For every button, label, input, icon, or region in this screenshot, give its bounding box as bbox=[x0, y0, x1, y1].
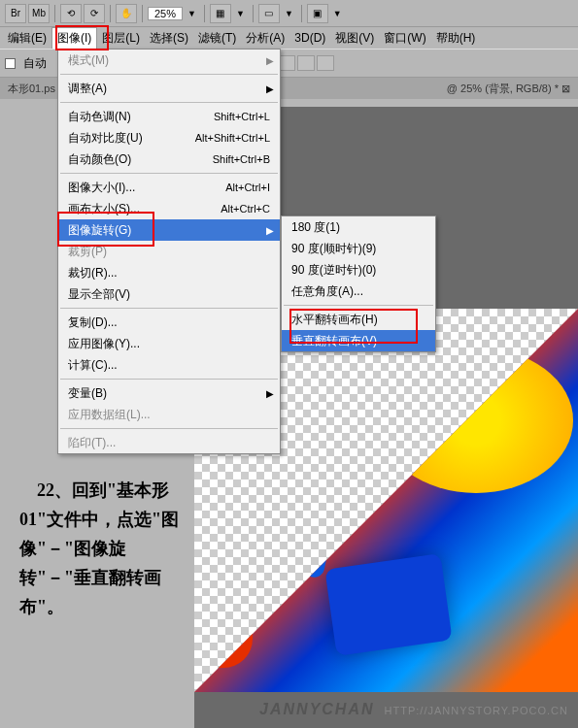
menu-select[interactable]: 选择(S) bbox=[145, 28, 193, 49]
hand-tool-button[interactable]: ✋ bbox=[116, 4, 137, 23]
auto-select-checkbox[interactable] bbox=[5, 58, 16, 69]
menu-item-label: 图像旋转(G) bbox=[68, 222, 270, 239]
menu-item[interactable]: 调整(A)▶ bbox=[58, 78, 280, 99]
separator bbox=[204, 5, 205, 22]
submenu-arrow-icon: ▶ bbox=[266, 225, 274, 236]
menu-item[interactable]: 水平翻转画布(H) bbox=[282, 309, 435, 330]
menu-item-label: 模式(M) bbox=[68, 52, 270, 69]
menu-item[interactable]: 应用图像(Y)... bbox=[58, 333, 280, 354]
menu-layer[interactable]: 图层(L) bbox=[97, 28, 145, 49]
menu-item-label: 变量(B) bbox=[68, 385, 270, 402]
separator bbox=[54, 5, 55, 22]
menu-item-label: 180 度(1) bbox=[291, 219, 425, 236]
separator bbox=[142, 5, 143, 22]
menu-item[interactable]: 图像大小(I)...Alt+Ctrl+I bbox=[58, 177, 280, 198]
watermark: JANNYCHAN HTTP://JANNYSTORY.POCO.CN bbox=[259, 701, 568, 718]
application-toolbar: Br Mb ⟲ ⟳ ✋ 25% ▼ ▦ ▼ ▭ ▼ ▣ ▼ bbox=[0, 0, 578, 27]
menu-analysis[interactable]: 分析(A) bbox=[241, 28, 289, 49]
history-fwd-button[interactable]: ⟳ bbox=[84, 4, 105, 23]
menu-item-label: 复制(D)... bbox=[68, 314, 270, 331]
menu-item: 陷印(T)... bbox=[58, 432, 280, 453]
menu-item[interactable]: 垂直翻转画布(V) bbox=[282, 330, 435, 351]
menu-edit[interactable]: 编辑(E) bbox=[3, 28, 51, 49]
menu-3d[interactable]: 3D(D) bbox=[289, 29, 330, 47]
dropdown-icon[interactable]: ▼ bbox=[330, 9, 345, 18]
image-menu-dropdown: 模式(M)▶调整(A)▶自动色调(N)Shift+Ctrl+L自动对比度(U)A… bbox=[57, 49, 281, 454]
menu-shortcut: Alt+Shift+Ctrl+L bbox=[195, 132, 270, 144]
view-extras-button[interactable]: ▦ bbox=[210, 4, 231, 23]
menu-bar: 编辑(E) 图像(I) 图层(L) 选择(S) 滤镜(T) 分析(A) 3D(D… bbox=[0, 27, 578, 49]
menu-item-label: 陷印(T)... bbox=[68, 435, 270, 451]
menu-item[interactable]: 90 度(逆时针)(0) bbox=[282, 259, 435, 281]
history-button[interactable]: ⟲ bbox=[60, 4, 82, 23]
menu-item-label: 垂直翻转画布(V) bbox=[291, 333, 425, 349]
menu-item: 应用数据组(L)... bbox=[58, 404, 280, 425]
menu-shortcut: Shift+Ctrl+L bbox=[214, 111, 270, 122]
watermark-name: JANNYCHAN bbox=[259, 701, 374, 717]
menu-item-label: 任意角度(A)... bbox=[291, 283, 425, 300]
document-tab[interactable]: 本形01.ps bbox=[0, 80, 63, 98]
menu-item[interactable]: 计算(C)... bbox=[58, 354, 280, 376]
menu-item[interactable]: 自动对比度(U)Alt+Shift+Ctrl+L bbox=[58, 127, 280, 149]
menu-item[interactable]: 图像旋转(G)▶ bbox=[58, 219, 280, 241]
menu-item-label: 应用图像(Y)... bbox=[68, 336, 270, 352]
menu-item[interactable]: 90 度(顺时针)(9) bbox=[282, 238, 435, 259]
menu-item-label: 调整(A) bbox=[68, 81, 270, 97]
menu-window[interactable]: 窗口(W) bbox=[379, 28, 430, 49]
menu-item-label: 自动颜色(O) bbox=[68, 151, 213, 168]
arrange-docs-button[interactable]: ▭ bbox=[258, 4, 280, 23]
image-rotation-submenu: 180 度(1)90 度(顺时针)(9)90 度(逆时针)(0)任意角度(A).… bbox=[281, 215, 436, 352]
menu-item: 模式(M)▶ bbox=[58, 50, 280, 71]
menu-item[interactable]: 任意角度(A)... bbox=[282, 281, 435, 302]
menu-help[interactable]: 帮助(H) bbox=[431, 28, 481, 49]
menu-item[interactable]: 自动色调(N)Shift+Ctrl+L bbox=[58, 106, 280, 127]
menu-shortcut: Alt+Ctrl+C bbox=[221, 203, 270, 215]
auto-select-label: 自动 bbox=[23, 55, 47, 72]
menu-item-label: 画布大小(S)... bbox=[68, 201, 221, 217]
menu-item[interactable]: 画布大小(S)...Alt+Ctrl+C bbox=[58, 198, 280, 219]
menu-item[interactable]: 180 度(1) bbox=[282, 216, 435, 238]
menu-item-label: 水平翻转画布(H) bbox=[291, 312, 425, 328]
bridge-button[interactable]: Br bbox=[5, 4, 26, 23]
dropdown-icon[interactable]: ▼ bbox=[282, 9, 296, 18]
submenu-arrow-icon: ▶ bbox=[266, 55, 274, 66]
submenu-arrow-icon: ▶ bbox=[266, 388, 274, 399]
menu-separator bbox=[60, 308, 278, 309]
menu-item[interactable]: 显示全部(V) bbox=[58, 283, 280, 305]
align-icon[interactable] bbox=[317, 55, 334, 71]
menu-image[interactable]: 图像(I) bbox=[51, 27, 97, 49]
document-tab-info[interactable]: @ 25% (背景, RGB/8) * ⊠ bbox=[447, 82, 578, 96]
mini-bridge-button[interactable]: Mb bbox=[28, 4, 50, 23]
menu-separator bbox=[284, 305, 433, 306]
menu-item-label: 裁剪(P) bbox=[68, 244, 270, 260]
menu-shortcut: Alt+Ctrl+I bbox=[225, 182, 270, 193]
separator bbox=[253, 5, 254, 22]
menu-item-label: 90 度(逆时针)(0) bbox=[291, 262, 425, 279]
menu-item-label: 应用数据组(L)... bbox=[68, 407, 270, 423]
submenu-arrow-icon: ▶ bbox=[266, 83, 274, 94]
zoom-dropdown-icon[interactable]: ▼ bbox=[185, 9, 199, 18]
screen-mode-button[interactable]: ▣ bbox=[307, 4, 328, 23]
menu-separator bbox=[60, 379, 278, 380]
menu-shortcut: Shift+Ctrl+B bbox=[213, 153, 270, 165]
menu-filter[interactable]: 滤镜(T) bbox=[193, 28, 241, 49]
menu-item[interactable]: 裁切(R)... bbox=[58, 262, 280, 283]
menu-item-label: 自动色调(N) bbox=[68, 109, 214, 125]
menu-item[interactable]: 自动颜色(O)Shift+Ctrl+B bbox=[58, 149, 280, 170]
menu-separator bbox=[60, 173, 278, 174]
menu-item-label: 显示全部(V) bbox=[68, 286, 270, 303]
zoom-level[interactable]: 25% bbox=[148, 7, 183, 20]
instruction-text: 22、回到"基本形01"文件中，点选"图像"－"图像旋转"－"垂直翻转画布"。 bbox=[19, 476, 189, 621]
watermark-url: HTTP://JANNYSTORY.POCO.CN bbox=[385, 705, 568, 716]
dropdown-icon[interactable]: ▼ bbox=[233, 9, 248, 18]
menu-separator bbox=[60, 74, 278, 75]
menu-item[interactable]: 变量(B)▶ bbox=[58, 382, 280, 404]
menu-item[interactable]: 复制(D)... bbox=[58, 312, 280, 333]
menu-item-label: 自动对比度(U) bbox=[68, 130, 195, 147]
align-icon[interactable] bbox=[297, 55, 315, 71]
menu-item-label: 90 度(顺时针)(9) bbox=[291, 241, 425, 257]
menu-item: 裁剪(P) bbox=[58, 241, 280, 262]
separator bbox=[301, 5, 302, 22]
menu-separator bbox=[60, 428, 278, 429]
menu-view[interactable]: 视图(V) bbox=[330, 28, 379, 49]
